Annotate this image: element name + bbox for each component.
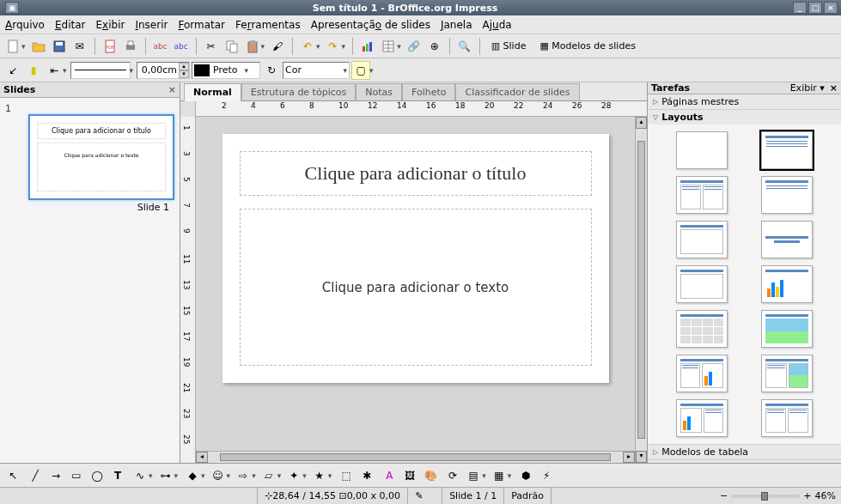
- layout-table[interactable]: [676, 310, 728, 348]
- scroll-left[interactable]: ◂: [196, 452, 208, 463]
- content-placeholder[interactable]: Clique para adicionar o texto: [240, 209, 592, 366]
- layout-chart[interactable]: [761, 265, 813, 303]
- menu-editar[interactable]: Editar: [55, 19, 86, 31]
- minimize-button[interactable]: _: [793, 2, 807, 14]
- autospell-button[interactable]: abc: [172, 37, 191, 56]
- print-button[interactable]: [121, 37, 140, 56]
- layout-title-2content[interactable]: [676, 176, 728, 214]
- tab-normal[interactable]: Normal: [184, 83, 241, 101]
- table-dropdown[interactable]: ▾: [397, 42, 401, 51]
- stars-tool[interactable]: ★: [310, 466, 329, 485]
- section-layouts[interactable]: ▽Layouts: [648, 110, 841, 124]
- scrollbar-vertical[interactable]: ▴ ▾: [635, 117, 647, 463]
- fill-color-selector[interactable]: Cor ▾: [283, 62, 350, 79]
- hyperlink-button[interactable]: 🔗: [405, 37, 424, 56]
- redo-button[interactable]: ↷: [324, 37, 343, 56]
- menu-formatar[interactable]: Formatar: [178, 19, 225, 31]
- tab-handout[interactable]: Folheto: [402, 83, 456, 100]
- zoom-button[interactable]: 🔍: [455, 37, 474, 56]
- flowchart-tool[interactable]: ▱: [259, 466, 278, 485]
- arrow-tool[interactable]: →: [46, 466, 65, 485]
- glue-tool[interactable]: ✱: [357, 466, 376, 485]
- close-button[interactable]: ×: [824, 2, 838, 14]
- line-width-input[interactable]: [137, 64, 179, 76]
- menu-janela[interactable]: Janela: [441, 19, 472, 31]
- navigator-button[interactable]: ⊕: [425, 37, 444, 56]
- menu-ferramentas[interactable]: Ferramentas: [235, 19, 301, 31]
- arrow-style-button[interactable]: ↙: [3, 61, 22, 80]
- menu-ajuda[interactable]: Ajuda: [483, 19, 512, 31]
- toolbar2-overflow[interactable]: ▾: [369, 66, 374, 75]
- arrange-tool[interactable]: ▦: [490, 466, 509, 485]
- slide-button[interactable]: ▥ Slide: [485, 37, 533, 56]
- select-tool[interactable]: ↖: [3, 466, 22, 485]
- layout-image[interactable]: [761, 310, 813, 348]
- connector-tool[interactable]: ⊶: [156, 466, 175, 485]
- zoom-value[interactable]: 46%: [815, 490, 836, 501]
- layout-text-chart[interactable]: [676, 355, 728, 392]
- layout-title-box[interactable]: [676, 221, 728, 258]
- spin-down[interactable]: ▾: [179, 70, 189, 78]
- interaction-tool[interactable]: ⚡: [537, 466, 556, 485]
- spellcheck-button[interactable]: abc: [151, 37, 170, 56]
- sync-button[interactable]: ↻: [262, 61, 281, 80]
- align-tool[interactable]: ▤: [464, 466, 483, 485]
- maximize-button[interactable]: □: [808, 2, 822, 14]
- scroll-h-thumb[interactable]: [220, 453, 611, 461]
- spin-up[interactable]: ▴: [179, 63, 189, 70]
- canvas[interactable]: Clique para adicionar o título Clique pa…: [196, 117, 635, 451]
- task-close-button[interactable]: ×: [830, 82, 838, 94]
- layout-object[interactable]: [676, 265, 728, 303]
- layout-text-text[interactable]: [761, 399, 813, 437]
- scroll-down[interactable]: ▾: [636, 451, 647, 463]
- slides-panel-close[interactable]: ×: [168, 84, 176, 95]
- shadow-button[interactable]: ▢: [351, 61, 370, 80]
- tab-outline[interactable]: Estrutura de tópicos: [241, 83, 356, 100]
- zoom-in-icon[interactable]: +: [803, 490, 811, 501]
- paste-button[interactable]: [243, 37, 262, 56]
- email-button[interactable]: ✉: [70, 37, 89, 56]
- basic-shapes-tool[interactable]: ◆: [183, 466, 202, 485]
- line-tool[interactable]: ╱: [26, 466, 45, 485]
- line-endings-button[interactable]: ⇤: [45, 61, 64, 80]
- task-view-button[interactable]: Exibir ▾: [790, 82, 825, 94]
- line-style-selector[interactable]: [70, 62, 131, 79]
- copy-button[interactable]: [222, 37, 241, 56]
- format-paintbrush-button[interactable]: 🖌: [268, 37, 287, 56]
- redo-dropdown[interactable]: ▾: [342, 42, 346, 51]
- undo-dropdown[interactable]: ▾: [316, 42, 320, 51]
- appmenu-icon[interactable]: ▣: [5, 2, 19, 14]
- scroll-v-thumb[interactable]: [637, 141, 645, 439]
- layout-text-image[interactable]: [761, 355, 813, 392]
- slide-thumbnail[interactable]: Clique para adicionar o título Clique pa…: [28, 114, 174, 200]
- layout-title-content[interactable]: [761, 131, 813, 169]
- new-dropdown[interactable]: ▾: [21, 42, 26, 51]
- section-master-pages[interactable]: ▷Páginas mestres: [648, 94, 841, 109]
- curve-tool[interactable]: ∿: [131, 466, 149, 485]
- ellipse-tool[interactable]: ◯: [88, 466, 107, 485]
- symbol-shapes-tool[interactable]: ☺: [209, 466, 228, 485]
- undo-button[interactable]: ↶: [298, 37, 317, 56]
- export-pdf-button[interactable]: PDF: [101, 37, 119, 56]
- rect-tool[interactable]: ▭: [67, 466, 86, 485]
- menu-exibir[interactable]: Exibir: [96, 19, 125, 31]
- layout-chart-text[interactable]: [676, 399, 728, 437]
- slide-entry[interactable]: 1 Clique para adicionar o título Clique …: [5, 103, 174, 215]
- callout-tool[interactable]: ✦: [284, 466, 303, 485]
- scroll-right[interactable]: ▸: [623, 452, 635, 463]
- line-width-spin[interactable]: ▴▾: [137, 62, 190, 79]
- from-file-tool[interactable]: 🖼: [400, 466, 419, 485]
- tab-notes[interactable]: Notas: [356, 83, 402, 100]
- scroll-up[interactable]: ▴: [636, 117, 647, 129]
- zoom-control[interactable]: − + 46%: [715, 490, 841, 501]
- highlight-button[interactable]: ▮: [24, 61, 43, 80]
- menu-inserir[interactable]: Inserir: [135, 19, 168, 31]
- line-color-selector[interactable]: Preto ▾: [192, 62, 260, 79]
- line-style-dropdown[interactable]: ▾: [130, 66, 134, 75]
- zoom-slider[interactable]: [731, 495, 800, 498]
- chart-button[interactable]: [358, 37, 377, 56]
- cut-button[interactable]: ✂: [202, 37, 221, 56]
- layout-centered[interactable]: [761, 221, 813, 258]
- slide-workspace[interactable]: Clique para adicionar o título Clique pa…: [222, 134, 609, 383]
- table-button[interactable]: [379, 37, 398, 56]
